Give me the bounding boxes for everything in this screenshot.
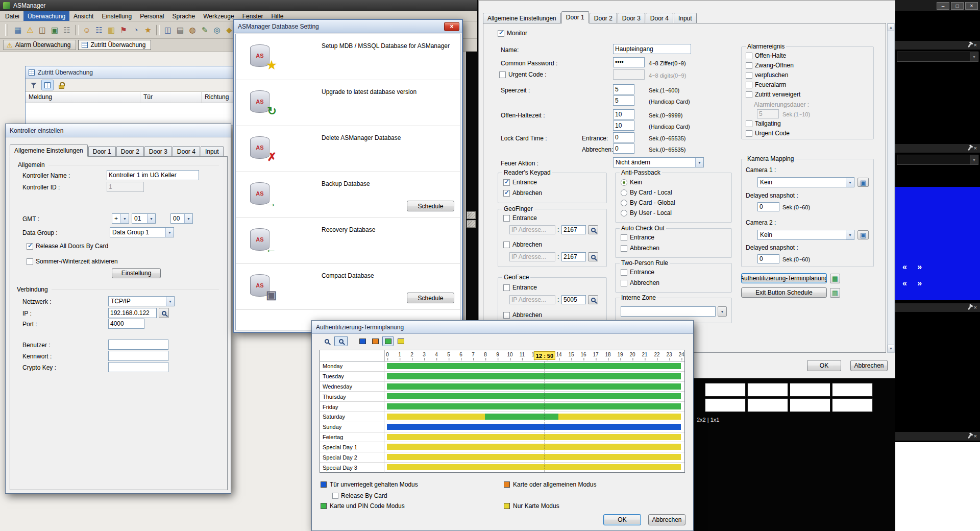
interne-zone-dropdown-button[interactable]: ▼ [718, 306, 727, 317]
release-all-doors-checkbox[interactable] [27, 243, 33, 250]
toolbar-access-monitor-icon[interactable]: ◫ [37, 25, 48, 36]
auth-terminplanung-button[interactable]: Authentifizierung-Terminplanung [741, 273, 827, 283]
exit-schedule-icon-button[interactable] [830, 288, 840, 298]
crypto-key-input[interactable] [108, 362, 168, 372]
alarmdauer-input[interactable]: 5 [757, 109, 779, 118]
exit-button-schedule-button[interactable]: Exit Button Schedule [741, 287, 827, 298]
toolbar-map-icon[interactable]: ☷ [61, 25, 72, 36]
video-cell[interactable] [705, 383, 746, 397]
schedule-row-monday[interactable]: Monday [320, 361, 684, 372]
alarm-tailgating-checkbox[interactable] [746, 120, 752, 127]
day-track[interactable] [384, 422, 684, 432]
door-name-input[interactable]: Haupteingang [613, 44, 691, 54]
toolbar-door-setting-icon[interactable]: ◫ [162, 25, 174, 36]
menu-sprache[interactable]: Sprache [168, 11, 200, 21]
filter-button[interactable] [28, 80, 40, 90]
door-scrollbar[interactable]: ▲ ▼ [887, 23, 895, 353]
delayed1-input[interactable]: 0 [757, 202, 779, 211]
speerzeit-input[interactable]: 5 [613, 84, 634, 94]
toolbar-layout-icon[interactable]: ▦ [12, 25, 23, 36]
camera-select-combo-1[interactable] [897, 52, 978, 62]
select-tool-button[interactable] [334, 336, 348, 346]
double-arrow-icon[interactable] [902, 279, 926, 288]
alarm-verpfuschen-checkbox[interactable] [746, 72, 752, 79]
menu-ansicht[interactable]: Ansicht [69, 11, 97, 21]
kontroller-name-input[interactable]: Kontroller 1 im UG Keller [107, 170, 199, 180]
gmt-minute-combo[interactable]: 00 [170, 213, 193, 224]
schedule-row-special-day-3[interactable]: Special Day 3 [320, 463, 684, 473]
monitor-checkbox[interactable] [498, 30, 504, 37]
segment-card_pin[interactable] [387, 393, 681, 399]
data-group-combo[interactable]: Data Group 1 [110, 227, 174, 237]
chevron-down-icon[interactable] [695, 158, 703, 167]
interne-zone-field[interactable] [621, 306, 716, 317]
keypad-abbrechen-checkbox[interactable] [503, 190, 510, 197]
keypad-entrance-checkbox[interactable] [503, 179, 510, 186]
kennwort-input[interactable] [108, 351, 168, 361]
chevron-down-icon[interactable] [846, 230, 854, 239]
toolbar-database-icon[interactable]: ◍ [187, 25, 198, 36]
chevron-down-icon[interactable] [970, 155, 978, 164]
feuer-aktion-combo[interactable]: Nicht ändern [613, 157, 704, 167]
close-icon[interactable]: × [974, 42, 977, 48]
toolbar-photo-monitor-icon[interactable]: ▣ [49, 25, 60, 36]
pin-icon[interactable] [968, 43, 971, 47]
offen-haltezeit-input[interactable]: 10 [613, 109, 634, 119]
geoface-abort-checkbox[interactable] [503, 312, 510, 319]
view-tab-zutritt-ueberwachung[interactable]: Zutritt Überwachung [78, 40, 151, 50]
netzwerk-combo[interactable]: TCP/IP [108, 296, 175, 306]
db-task-recovery[interactable]: Recovery Database [236, 218, 460, 264]
segment-card_pin[interactable] [387, 403, 681, 409]
geofinger-abort-checkbox[interactable] [503, 242, 510, 248]
aco-abbrechen-checkbox[interactable] [621, 245, 627, 252]
db-schedule-button[interactable]: Schedule [407, 201, 454, 211]
auth-schedule-icon-button[interactable] [830, 274, 840, 283]
splitter-grip-2[interactable] [467, 220, 476, 228]
schedule-row-feiertag[interactable]: Feiertag [320, 432, 684, 443]
chevron-down-icon[interactable] [846, 178, 854, 187]
alarm-zutritt-verweigert-checkbox[interactable] [746, 91, 752, 98]
day-track[interactable] [384, 361, 684, 371]
toolbar-report-icon[interactable]: ✎ [199, 25, 210, 36]
toolbar-timezone-icon[interactable]: ◔ [130, 25, 141, 36]
toolbar-controller-icon[interactable]: ▤ [175, 25, 186, 36]
window-minimize-button[interactable]: – [937, 2, 949, 10]
toolbar-department-icon[interactable]: ☷ [93, 25, 105, 36]
camera2-combo[interactable]: Kein [757, 230, 854, 240]
video-cell[interactable] [790, 398, 830, 412]
tpr-abbrechen-checkbox[interactable] [621, 280, 627, 286]
tab-d-door-3[interactable]: Door 3 [618, 13, 645, 23]
day-track[interactable] [384, 372, 684, 381]
scroll-down-arrow[interactable]: ▼ [888, 345, 894, 352]
day-track[interactable] [384, 392, 684, 401]
column-meldung[interactable]: Meldung [26, 92, 140, 103]
benutzer-input[interactable] [108, 340, 168, 350]
urgent-code-input[interactable] [613, 69, 645, 80]
lock-abort-input[interactable]: 0 [613, 143, 634, 154]
main-titlebar[interactable]: ASManager [0, 0, 477, 11]
sommer-winterzeit-checkbox[interactable] [27, 258, 33, 265]
camera1-combo[interactable]: Kein [757, 177, 854, 187]
door-ok-button[interactable]: OK [807, 360, 841, 371]
segment-card_only[interactable] [387, 444, 681, 450]
video-cell[interactable] [747, 383, 788, 397]
geofinger-abort-search-button[interactable] [588, 252, 598, 261]
toolbar-access-group-icon[interactable]: ⚑ [118, 25, 129, 36]
release-by-card-checkbox[interactable] [332, 493, 338, 499]
pin-icon[interactable] [968, 305, 971, 309]
menu-datei[interactable]: Datei [1, 11, 23, 21]
tab-k-door-1[interactable]: Door 1 [88, 146, 116, 157]
close-icon[interactable]: × [974, 305, 977, 310]
db-dialog-titlebar[interactable]: ASManager Database Setting [234, 20, 462, 33]
day-track[interactable] [384, 452, 684, 462]
table-view-button[interactable] [41, 80, 54, 90]
schedule-cancel-button[interactable]: Abbrechen [648, 514, 685, 525]
tpr-entrance-checkbox[interactable] [621, 269, 627, 276]
scroll-up-arrow[interactable]: ▲ [888, 23, 894, 31]
camera-select-combo-2[interactable] [897, 155, 978, 165]
schedule-row-sunday[interactable]: Sunday [320, 422, 684, 432]
chevron-down-icon[interactable] [166, 297, 174, 306]
chevron-down-icon[interactable] [165, 228, 174, 237]
schedule-row-wednesday[interactable]: Wednesday [320, 382, 684, 392]
toolbar-separator-1[interactable] [75, 25, 79, 36]
